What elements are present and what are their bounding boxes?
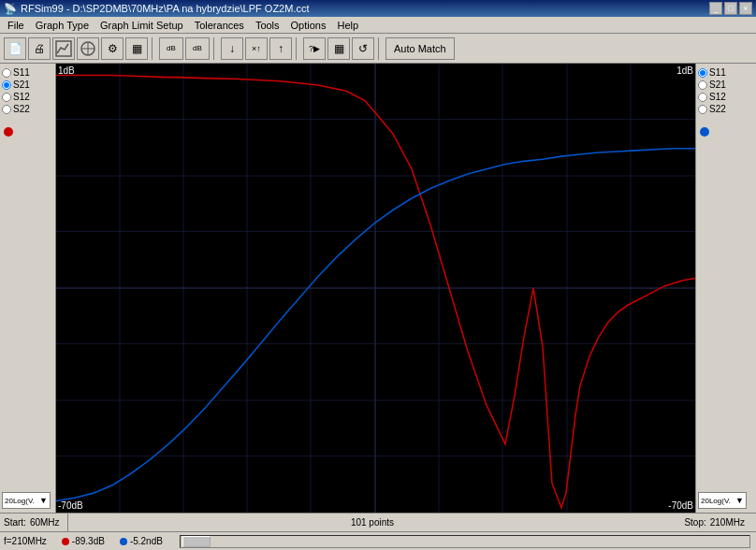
menu-help[interactable]: Help — [331, 17, 364, 33]
s11-value: -89.3dB — [72, 536, 105, 546]
s11-segment: -89.3dB — [62, 532, 112, 550]
menu-file[interactable]: File — [2, 17, 30, 33]
bottom-left-label: -70dB — [58, 500, 83, 511]
menu-tools[interactable]: Tools — [250, 17, 285, 33]
toolbar: 📄 🖨 ⚙ ▦ dB dB ↓ ×↑ ↑ ?▶ ▦ ↺ Auto Match — [0, 34, 756, 64]
title-bar-buttons[interactable]: _ □ × — [709, 2, 752, 15]
right-s11-radio[interactable]: S11 — [698, 67, 726, 78]
db-log-button[interactable]: dB — [185, 37, 210, 60]
left-radio-group: S11 S21 S12 S22 — [2, 67, 30, 114]
circle-button[interactable] — [77, 37, 99, 60]
separator-1 — [152, 37, 155, 60]
right-color-indicator — [700, 127, 709, 137]
close-button[interactable]: × — [739, 2, 752, 15]
menu-graph-type[interactable]: Graph Type — [30, 17, 94, 33]
new-button[interactable]: 📄 — [4, 37, 26, 60]
left-color-indicator — [4, 127, 13, 137]
up-button[interactable]: ↑ — [269, 37, 292, 60]
graph-area: 1dB 1dB -70dB -70dB — [56, 64, 695, 513]
left-s11-radio[interactable]: S11 — [2, 67, 30, 78]
menu-graph-limit[interactable]: Graph Limit Setup — [94, 17, 189, 33]
cross-up-button[interactable]: ×↑ — [245, 37, 268, 60]
right-radio-group: S11 S21 S12 S22 — [698, 67, 726, 114]
points-segment: 101 points — [76, 514, 677, 531]
s11-dot — [62, 538, 69, 545]
down-button[interactable]: ↓ — [221, 37, 243, 60]
menu-options[interactable]: Options — [285, 17, 332, 33]
stop-value: 210MHz — [710, 517, 745, 528]
right-s21-radio[interactable]: S21 — [698, 80, 726, 90]
s21-segment: -5.2ndB — [120, 532, 170, 550]
grid-button[interactable]: ▦ — [125, 37, 148, 60]
left-y-axis-dropdown[interactable]: 20Log(V. ▼ — [2, 492, 51, 509]
separator-4 — [378, 37, 382, 60]
right-panel: S11 S21 S12 S22 20Log(V. ▼ — [695, 64, 756, 513]
freq-segment: f=210MHz — [4, 532, 54, 550]
app-icon: 📡 — [4, 3, 17, 15]
maximize-button[interactable]: □ — [724, 2, 737, 15]
refresh-button[interactable]: ↺ — [352, 37, 374, 60]
minimize-button[interactable]: _ — [709, 2, 722, 15]
gear-button[interactable]: ⚙ — [101, 37, 124, 60]
graph-button[interactable] — [52, 37, 75, 60]
help-cursor-button[interactable]: ?▶ — [303, 37, 326, 60]
horizontal-scrollbar[interactable] — [180, 535, 750, 548]
stop-label: Stop: — [684, 517, 705, 528]
db-lin-button[interactable]: dB — [159, 37, 183, 60]
stop-segment: Stop: 210MHz — [684, 514, 752, 531]
left-s12-radio[interactable]: S12 — [2, 92, 30, 102]
left-s21-radio[interactable]: S21 — [2, 80, 30, 90]
graph-svg — [56, 64, 695, 513]
left-s22-radio[interactable]: S22 — [2, 104, 30, 114]
status-bar: Start: 60MHz 101 points Stop: 210MHz — [0, 513, 756, 531]
freq-label: f=210MHz — [4, 536, 47, 546]
right-s12-radio[interactable]: S12 — [698, 92, 726, 102]
main-area: S11 S21 S12 S22 20Log(V. ▼ 1dB 1dB -70dB… — [0, 64, 756, 513]
bottom-bar: f=210MHz -89.3dB -5.2ndB — [0, 531, 756, 550]
print-button[interactable]: 🖨 — [28, 37, 51, 60]
s21-dot — [120, 538, 127, 545]
separator-3 — [296, 37, 299, 60]
auto-match-button[interactable]: Auto Match — [385, 37, 455, 60]
window-title: RFSim99 - D:\SP2DMB\70MHz\PA na hybrydzi… — [21, 3, 310, 14]
right-s22-radio[interactable]: S22 — [698, 104, 726, 114]
menu-tolerances[interactable]: Tolerances — [189, 17, 250, 33]
menu-bar: File Graph Type Graph Limit Setup Tolera… — [0, 17, 756, 34]
start-segment: Start: 60MHz — [4, 514, 68, 531]
top-left-label: 1dB — [58, 65, 75, 76]
separator-2 — [213, 37, 217, 60]
table-button[interactable]: ▦ — [327, 37, 350, 60]
start-value: 60MHz — [30, 517, 60, 528]
right-y-axis-dropdown[interactable]: 20Log(V. ▼ — [698, 492, 747, 509]
start-label: Start: — [4, 517, 26, 528]
title-bar-text: 📡 RFSim99 - D:\SP2DMB\70MHz\PA na hybryd… — [4, 3, 310, 15]
title-bar: 📡 RFSim99 - D:\SP2DMB\70MHz\PA na hybryd… — [0, 0, 756, 17]
bottom-right-label: -70dB — [668, 500, 693, 511]
top-right-label: 1dB — [676, 65, 693, 76]
s21-value: -5.2ndB — [130, 536, 163, 546]
left-panel: S11 S21 S12 S22 20Log(V. ▼ — [0, 64, 56, 513]
scrollbar-thumb[interactable] — [182, 536, 211, 547]
points-label: 101 points — [351, 517, 394, 528]
